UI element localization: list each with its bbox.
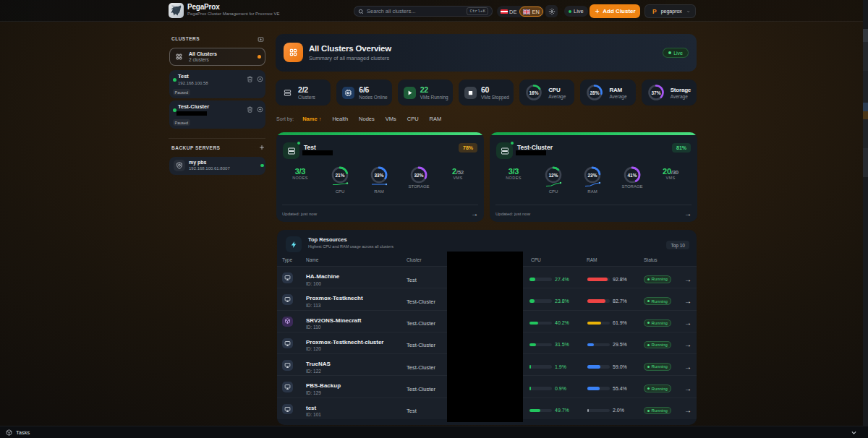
svg-text:CPU: CPU [549, 189, 558, 194]
svg-text:12%: 12% [548, 173, 558, 178]
svg-text:16%: 16% [529, 90, 539, 95]
svg-text:STORAGE: STORAGE [408, 184, 429, 189]
svg-text:28%: 28% [590, 90, 600, 95]
svg-text:32%: 32% [414, 173, 423, 178]
svg-text:21%: 21% [335, 173, 344, 178]
svg-text:23%: 23% [587, 173, 597, 178]
svg-text:RAM: RAM [587, 189, 597, 194]
svg-text:41%: 41% [627, 173, 637, 178]
svg-text:STORAGE: STORAGE [621, 184, 642, 189]
svg-text:CPU: CPU [336, 189, 345, 194]
svg-text:37%: 37% [651, 90, 660, 95]
svg-text:RAM: RAM [374, 189, 383, 194]
svg-text:33%: 33% [374, 173, 383, 178]
